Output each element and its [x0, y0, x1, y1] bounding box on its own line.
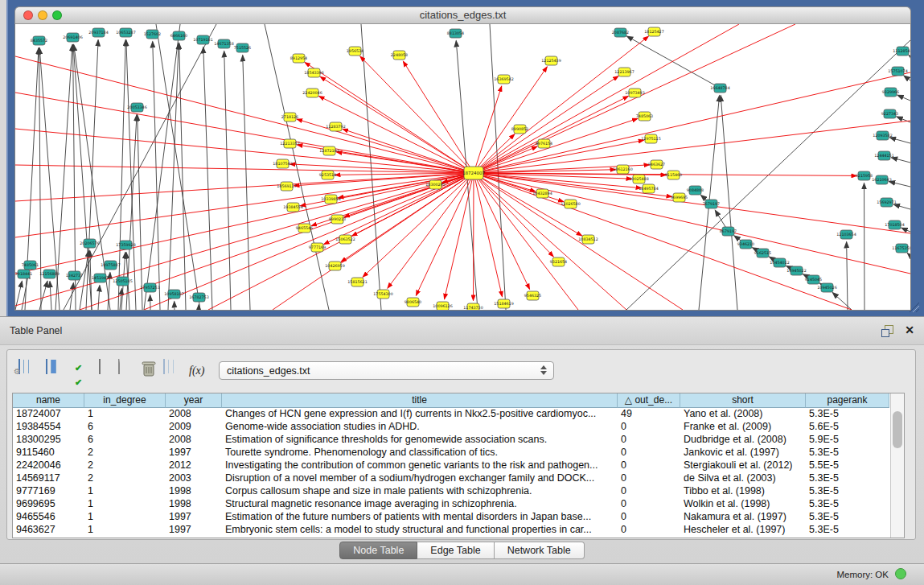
table-row[interactable]: 977716911998Corpus callosum shape and si…: [13, 485, 904, 498]
network-node-label: 18543396: [304, 71, 323, 75]
network-node-label: 18300295: [425, 183, 445, 187]
cell-pagerank: 5.3E-5: [806, 408, 889, 421]
cell-name: 9465546: [13, 511, 84, 524]
column-header-out_degree[interactable]: △ out_de...: [618, 393, 680, 408]
network-node-label: 15184619: [494, 302, 513, 306]
cell-short: Yano et al. (2008): [680, 408, 806, 421]
network-node-label: 10339854: [321, 197, 340, 201]
column-header-pagerank[interactable]: pagerank: [806, 393, 889, 408]
cell-short: Stergiakouli et al. (2012): [680, 459, 806, 472]
network-node-label: 9777169: [309, 245, 326, 249]
network-node-label: 14671358: [214, 42, 233, 46]
dropdown-stepper-icon: [540, 365, 548, 375]
show-columns-icon[interactable]: [46, 360, 67, 381]
function-builder-icon[interactable]: f(x): [189, 363, 210, 384]
table-row[interactable]: 946362711997Embryonic stem cells: a mode…: [13, 524, 904, 537]
network-node-label: 7485061: [22, 263, 39, 267]
cell-in_degree: 2: [84, 459, 166, 472]
network-node-label: 8912954: [290, 56, 307, 60]
network-edge: [474, 24, 795, 173]
network-edge: [243, 55, 250, 310]
cell-name: 19384554: [13, 421, 84, 434]
network-node-label: 9463627: [648, 163, 665, 167]
memory-status-label: Memory: OK: [836, 570, 889, 579]
network-canvas[interactable]: 8435572206914062093718410653287152760264…: [14, 24, 911, 311]
table-mode-icon[interactable]: ⚙: [18, 360, 39, 381]
resize-grip-icon[interactable]: [907, 300, 920, 313]
cell-year: 2003: [166, 472, 222, 485]
network-node-label: 9346210: [737, 242, 754, 246]
table-row[interactable]: 946554611997Estimation of the future num…: [13, 511, 904, 524]
network-edge: [474, 173, 852, 310]
column-header-title[interactable]: title: [222, 393, 618, 408]
network-node-label: 16648784: [710, 86, 729, 90]
network-node-label: 11026580: [561, 202, 580, 206]
network-node-label: 9162515: [754, 251, 771, 255]
table-row[interactable]: 911546021997Tourette syndrome. Phenomeno…: [13, 447, 904, 459]
network-node-label: 19384554: [283, 205, 302, 209]
table-row[interactable]: 1830029562008Estimation of significance …: [13, 434, 904, 447]
new-table-icon[interactable]: [118, 360, 139, 381]
cell-short: Nakamura et al. (1997): [680, 511, 806, 524]
cell-title: Embryonic stem cells: a model to study s…: [222, 524, 618, 537]
network-edge: [73, 44, 76, 310]
network-node-label: 18724007: [462, 171, 485, 175]
table-row[interactable]: 969969511998Structural magnetic resonanc…: [13, 498, 904, 511]
network-node-label: 2248058: [391, 53, 408, 57]
cell-in_degree: 1: [84, 408, 166, 421]
cell-title: Structural magnetic resonance image aver…: [222, 498, 618, 511]
table-header-row: namein_degreeyeartitle△ out_de...shortpa…: [13, 393, 904, 408]
network-node-label: 11283792: [326, 125, 345, 129]
table-select-dropdown[interactable]: citations_edges.txt: [219, 361, 554, 380]
table-row[interactable]: 1938455462009Genome-wide association stu…: [13, 421, 904, 434]
cell-short: Wolkin et al. (1998): [680, 498, 806, 511]
network-node-label: 9806540: [405, 300, 421, 304]
network-node-label: 2087682: [612, 31, 629, 35]
close-panel-icon[interactable]: ✕: [905, 323, 914, 336]
select-columns-icon[interactable]: ✔✔: [75, 360, 96, 381]
tab-node-table[interactable]: Node Table: [339, 542, 417, 559]
network-node-label: 9321654: [550, 260, 567, 264]
tab-network-table[interactable]: Network Table: [495, 542, 585, 559]
network-edge: [893, 204, 910, 209]
column-header-name[interactable]: name: [13, 393, 84, 408]
network-node-label: 17957253: [140, 286, 159, 290]
network-node-label: 20053346: [127, 105, 146, 109]
network-node-label: 12093582: [873, 134, 892, 138]
network-node-label: 1527602: [144, 32, 161, 36]
scrollbar-thumb[interactable]: [893, 411, 902, 448]
network-node-label: 12975115: [641, 137, 660, 141]
status-bar: Memory: OK: [0, 563, 924, 585]
float-panel-icon[interactable]: [881, 324, 893, 337]
table-row[interactable]: 1456911722003Disruption of a novel membe…: [13, 472, 904, 485]
network-node-label: 3918441: [15, 272, 32, 276]
cell-title: Estimation of the future numbers of pati…: [222, 511, 618, 524]
column-header-in_degree[interactable]: in_degree: [84, 393, 166, 408]
network-edge: [474, 97, 628, 173]
network-edge: [832, 293, 852, 310]
cell-in_degree: 1: [84, 498, 166, 511]
network-node-label: 12103654: [836, 233, 856, 237]
column-header-year[interactable]: year: [166, 393, 222, 408]
node-table[interactable]: namein_degreeyeartitle△ out_de...shortpa…: [12, 393, 905, 538]
row-height-icon[interactable]: [99, 360, 120, 381]
network-edge: [15, 56, 474, 173]
column-header-short[interactable]: short: [680, 393, 806, 408]
network-edge: [909, 56, 910, 56]
network-edge: [388, 173, 474, 288]
network-node-label: 10834512: [578, 237, 598, 241]
cell-out_degree: 0: [618, 511, 680, 524]
window-titlebar[interactable]: citations_edges.txt: [14, 6, 911, 24]
network-node-label: 9115460: [665, 173, 682, 177]
cell-short: Hescheler et al. (1997): [680, 524, 806, 537]
vertical-scrollbar[interactable]: [890, 393, 904, 538]
tab-edge-table[interactable]: Edge Table: [417, 542, 494, 559]
table-row[interactable]: 1872400712008Changes of HCN gene express…: [13, 408, 904, 421]
cell-pagerank: 5.3E-5: [806, 485, 889, 498]
cell-name: 18724007: [13, 408, 84, 421]
cell-in_degree: 6: [84, 421, 166, 434]
delete-table-icon[interactable]: [141, 360, 162, 381]
cell-name: 9115460: [13, 447, 84, 459]
cell-short: Dudbridge et al. (2008): [680, 434, 806, 447]
table-row[interactable]: 2242004622012Investigating the contribut…: [13, 459, 904, 472]
